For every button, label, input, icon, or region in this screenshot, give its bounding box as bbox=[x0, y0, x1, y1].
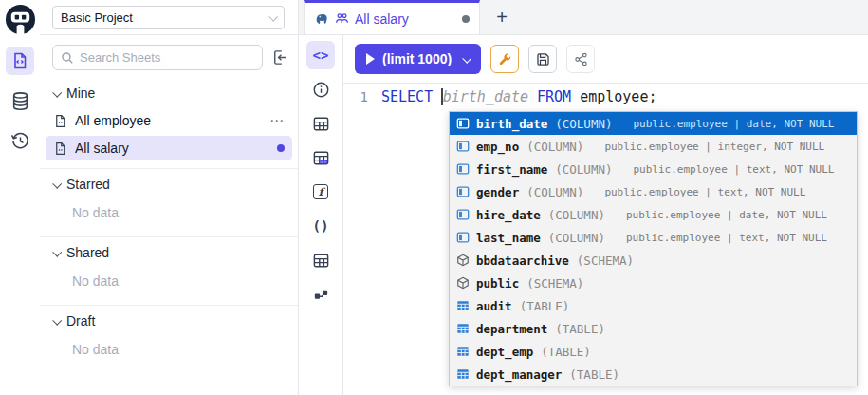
run-query-button[interactable]: (limit 1000) bbox=[355, 44, 481, 74]
sheet-menu-icon[interactable]: ⋯ bbox=[269, 112, 285, 129]
suggestion-row[interactable]: public (SCHEMA) bbox=[450, 272, 857, 294]
format-sql-button[interactable] bbox=[490, 45, 519, 73]
bytebase-logo[interactable] bbox=[5, 4, 36, 35]
suggestion-row[interactable]: dept_manager (TABLE) bbox=[450, 363, 857, 386]
project-header: Basic Project bbox=[40, 0, 298, 35]
chevron-down-icon bbox=[52, 247, 62, 256]
sql-code-editor[interactable]: 1 SELECT birth_date FROM employee; birth… bbox=[343, 84, 868, 395]
column-icon bbox=[455, 230, 471, 245]
search-box[interactable] bbox=[52, 45, 263, 70]
sql-text: employee; bbox=[580, 88, 656, 105]
chevron-down-icon bbox=[268, 11, 278, 21]
sheet-label: All employee bbox=[75, 113, 262, 128]
column-icon bbox=[455, 207, 471, 222]
section-label: Mine bbox=[66, 85, 95, 101]
section-label: Draft bbox=[66, 313, 95, 329]
editor-body: <> bbox=[299, 35, 868, 395]
tables-panel-button[interactable] bbox=[306, 109, 335, 138]
line-number: 1 bbox=[343, 89, 381, 104]
sheet-icon bbox=[53, 114, 67, 128]
section-label: Shared bbox=[66, 245, 109, 260]
suggestion-row[interactable]: emp_no (COLUMN) public.employee | intege… bbox=[450, 135, 857, 158]
search-input[interactable] bbox=[80, 50, 254, 65]
section-starred-header[interactable]: Starred bbox=[40, 169, 298, 198]
share-sheet-button[interactable] bbox=[566, 45, 595, 73]
code-line-1: 1 SELECT birth_date FROM employee; bbox=[343, 85, 868, 108]
external-tables-panel-button[interactable] bbox=[306, 246, 335, 274]
column-icon bbox=[455, 139, 471, 154]
suggestion-row[interactable]: department (TABLE) bbox=[450, 317, 857, 340]
chevron-down-icon bbox=[52, 315, 62, 325]
tab-bar: All salary + bbox=[299, 0, 868, 35]
column-icon bbox=[455, 161, 471, 177]
ghost-suggestion-text: birth_date bbox=[443, 88, 528, 105]
sheet-icon bbox=[53, 141, 67, 156]
suggestion-row[interactable]: birth_date (COLUMN) public.employee | da… bbox=[450, 112, 857, 135]
project-name: Basic Project bbox=[61, 10, 133, 25]
section-label: Starred bbox=[66, 177, 110, 192]
suggestion-row[interactable]: last_name (COLUMN) public.employee | tex… bbox=[450, 226, 857, 249]
postgresql-icon bbox=[314, 11, 329, 27]
suggestion-row[interactable]: audit (TABLE) bbox=[450, 294, 857, 317]
code-panel-button[interactable]: <> bbox=[306, 41, 335, 69]
diagram-panel-button[interactable] bbox=[306, 280, 335, 309]
section-starred: Starred No data bbox=[40, 168, 298, 230]
section-draft: Draft No data bbox=[40, 305, 298, 367]
suggestion-row[interactable]: bbdataarchive (SCHEMA) bbox=[450, 249, 857, 272]
history-icon bbox=[10, 131, 30, 151]
table-icon bbox=[312, 115, 330, 133]
import-sheet-icon[interactable] bbox=[270, 48, 288, 66]
share-icon bbox=[573, 51, 589, 67]
table-icon bbox=[455, 321, 471, 336]
new-tab-button[interactable]: + bbox=[488, 0, 516, 34]
section-mine[interactable]: Mine bbox=[40, 78, 298, 106]
tab-all-salary[interactable]: All salary bbox=[304, 0, 480, 34]
chevron-down-icon bbox=[52, 87, 62, 97]
empty-text: No data bbox=[40, 334, 298, 367]
editor-column: (limit 1000) bbox=[343, 35, 868, 395]
sheet-item-all-employee[interactable]: All employee ⋯ bbox=[46, 107, 292, 134]
suggestion-row[interactable]: gender (COLUMN) public.employee | text, … bbox=[450, 180, 857, 203]
column-icon bbox=[455, 116, 471, 131]
table-icon bbox=[455, 298, 471, 313]
info-panel-button[interactable] bbox=[306, 75, 335, 103]
chevron-down-icon bbox=[52, 179, 62, 188]
project-selector[interactable]: Basic Project bbox=[52, 6, 285, 29]
chevron-down-icon bbox=[462, 53, 471, 63]
run-label: (limit 1000) bbox=[382, 51, 452, 66]
schema-diagram-icon bbox=[312, 286, 330, 304]
section-draft-header[interactable]: Draft bbox=[40, 306, 298, 334]
dirty-indicator-dot bbox=[462, 15, 470, 23]
parentheses-icon: () bbox=[313, 218, 329, 234]
rail-database-button[interactable] bbox=[6, 86, 34, 115]
rail-history-button[interactable] bbox=[6, 126, 34, 155]
sql-keyword: FROM bbox=[537, 88, 571, 105]
suggestion-row[interactable]: hire_date (COLUMN) public.employee | dat… bbox=[450, 203, 857, 226]
main-area: All salary + <> bbox=[299, 0, 868, 395]
functions-panel-button[interactable]: f bbox=[306, 178, 335, 206]
table-data-icon bbox=[312, 149, 330, 167]
section-shared: Shared No data bbox=[40, 236, 298, 298]
save-sheet-button[interactable] bbox=[528, 45, 557, 73]
column-icon bbox=[455, 184, 471, 199]
unsaved-dot bbox=[277, 144, 285, 152]
info-icon bbox=[312, 81, 330, 99]
function-icon: f bbox=[313, 184, 328, 199]
schema-icon bbox=[455, 275, 471, 291]
procedures-panel-button[interactable]: () bbox=[306, 212, 335, 240]
play-icon bbox=[366, 53, 375, 65]
section-shared-header[interactable]: Shared bbox=[40, 237, 298, 266]
table-icon bbox=[455, 367, 471, 382]
suggestion-row[interactable]: dept_emp (TABLE) bbox=[450, 340, 857, 363]
left-icon-rail bbox=[0, 0, 40, 395]
sql-keyword: SELECT bbox=[381, 88, 433, 105]
sheet-item-all-salary[interactable]: All salary bbox=[46, 136, 292, 160]
table-icon bbox=[455, 344, 471, 359]
tab-label: All salary bbox=[355, 11, 456, 27]
rail-sheets-button[interactable] bbox=[6, 47, 34, 75]
search-row bbox=[40, 35, 298, 78]
schema-panel-strip: <> bbox=[299, 35, 343, 395]
suggestion-row[interactable]: first_name (COLUMN) public.employee | te… bbox=[450, 158, 857, 180]
shared-users-icon bbox=[335, 11, 349, 26]
table-data-panel-button[interactable] bbox=[306, 143, 335, 172]
